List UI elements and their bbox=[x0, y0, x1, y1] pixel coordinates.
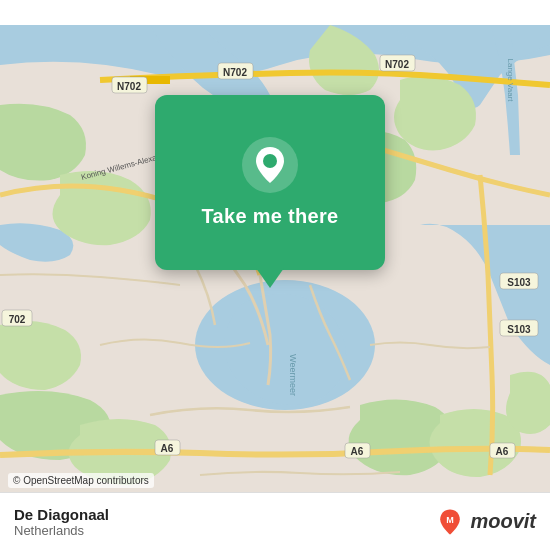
svg-text:Weermeer: Weermeer bbox=[288, 354, 298, 396]
svg-text:S103: S103 bbox=[507, 277, 531, 288]
svg-text:M: M bbox=[447, 514, 455, 524]
popup-card[interactable]: Take me there bbox=[155, 95, 385, 270]
location-name: De Diagonaal bbox=[14, 506, 109, 523]
svg-text:S103: S103 bbox=[507, 324, 531, 335]
svg-text:A6: A6 bbox=[351, 446, 364, 457]
svg-text:N702: N702 bbox=[385, 59, 409, 70]
map-attribution: © OpenStreetMap contributors bbox=[8, 473, 154, 488]
svg-text:N702: N702 bbox=[223, 67, 247, 78]
moovit-brand-icon: M bbox=[436, 508, 464, 536]
svg-text:Lange Vaart: Lange Vaart bbox=[506, 59, 515, 103]
svg-text:A6: A6 bbox=[496, 446, 509, 457]
take-me-there-button[interactable]: Take me there bbox=[202, 205, 339, 228]
svg-text:A6: A6 bbox=[161, 443, 174, 454]
moovit-logo: M moovit bbox=[436, 508, 536, 536]
map-container: N702 N702 N702 702 S103 S103 A6 A6 A6 Ko… bbox=[0, 0, 550, 550]
svg-text:702: 702 bbox=[9, 314, 26, 325]
attribution-text: © OpenStreetMap contributors bbox=[13, 475, 149, 486]
location-info: De Diagonaal Netherlands bbox=[14, 506, 109, 538]
moovit-brand-text: moovit bbox=[470, 510, 536, 533]
svg-text:N702: N702 bbox=[117, 81, 141, 92]
svg-point-24 bbox=[263, 154, 277, 168]
location-country: Netherlands bbox=[14, 523, 109, 538]
bottom-bar: De Diagonaal Netherlands M moovit bbox=[0, 492, 550, 550]
location-pin-icon bbox=[242, 137, 298, 193]
